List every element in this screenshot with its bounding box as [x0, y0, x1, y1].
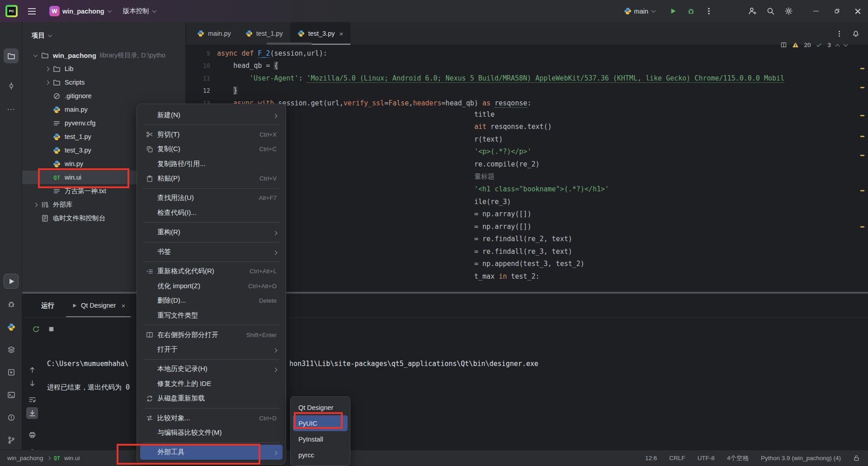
- tree-item-gitignore[interactable]: .gitignore: [22, 89, 185, 103]
- tree-item-lib[interactable]: Lib: [22, 62, 185, 76]
- project-panel-header[interactable]: 项目: [22, 22, 185, 48]
- lock-icon[interactable]: [853, 455, 860, 461]
- stripe-button-version-control[interactable]: [4, 433, 19, 447]
- breadcrumb-project[interactable]: win_pachong: [7, 455, 43, 461]
- close-icon[interactable]: ×: [121, 302, 125, 309]
- run-toolbar-stop-button[interactable]: [45, 323, 57, 335]
- tab-main-py[interactable]: main.py: [190, 22, 238, 45]
- debug-button[interactable]: [682, 2, 700, 20]
- menu-item-paste[interactable]: 粘贴(P)Ctrl+V: [140, 171, 283, 186]
- stripe-button-python-console[interactable]: [4, 319, 19, 334]
- code-with-me-button[interactable]: [743, 2, 761, 20]
- submenu-item-pyrcc[interactable]: pyrcc: [293, 447, 348, 463]
- menu-item-compare-with[interactable]: 比较对象...Ctrl+D: [140, 411, 283, 426]
- run-toolbar-print-button[interactable]: [26, 429, 38, 441]
- minimize-button[interactable]: [806, 0, 826, 22]
- menu-item-override-file-type[interactable]: 重写文件类型: [140, 308, 283, 323]
- menu-item-copy-path[interactable]: 复制路径/引用...: [140, 157, 283, 171]
- status-line-ending[interactable]: CRLF: [669, 455, 685, 461]
- menu-item-delete[interactable]: 删除(D)...Delete: [140, 293, 283, 308]
- menu-item-inspect-code[interactable]: 检查代码(I)...: [140, 205, 283, 220]
- reader-mode-icon: [780, 42, 787, 48]
- run-toolbar-soft-wrap-button[interactable]: [26, 394, 38, 405]
- tab-test-1-py[interactable]: test_1.py: [238, 22, 290, 45]
- run-button[interactable]: [664, 2, 682, 20]
- stripe-button-debug[interactable]: [4, 296, 19, 311]
- error-stripe-mark[interactable]: [860, 226, 864, 228]
- error-stripe-mark[interactable]: [860, 155, 864, 156]
- breadcrumb[interactable]: win_pachong QT win.ui: [0, 455, 80, 461]
- tab-options-button[interactable]: [839, 33, 840, 34]
- menu-item-refactor[interactable]: 重构(R): [140, 225, 283, 240]
- menu-item-open-in[interactable]: 打开于: [140, 342, 283, 357]
- menu-item-label: 比较对象...: [157, 414, 249, 423]
- status-indent[interactable]: 4个空格: [727, 454, 749, 462]
- notifications-bell-icon[interactable]: [852, 29, 860, 38]
- menu-item-copy[interactable]: 复制(C)Ctrl+C: [140, 142, 283, 157]
- search-everywhere-button[interactable]: [761, 2, 779, 20]
- error-stripe-mark[interactable]: [860, 87, 864, 88]
- stripe-button-packages[interactable]: [4, 342, 19, 357]
- settings-button[interactable]: [779, 2, 797, 20]
- code-editor[interactable]: 9async def F_2(session,url):10head_qb = …: [186, 45, 868, 292]
- stripe-button-problems[interactable]: [4, 410, 19, 425]
- status-encoding[interactable]: UTF-8: [698, 455, 715, 461]
- submenu-item-pyinstall[interactable]: PyInstall: [293, 431, 348, 447]
- tree-item-scripts[interactable]: Scripts: [22, 76, 185, 89]
- menu-item-compare-file-with-editor[interactable]: 与编辑器比较文件(M): [140, 425, 283, 440]
- run-toolbar-down-button[interactable]: [26, 377, 38, 389]
- project-widget[interactable]: W win_pachong: [45, 4, 115, 19]
- main-menu-button[interactable]: [24, 4, 40, 19]
- services-icon: [7, 368, 15, 376]
- close-button[interactable]: [847, 0, 868, 22]
- error-stripe-mark[interactable]: [860, 115, 864, 116]
- chevron-down-icon[interactable]: [30, 54, 40, 57]
- tree-item-win_pachong[interactable]: win_pachonglibrary根目录, D:\pytho: [22, 48, 185, 62]
- submenu-item-pyuic[interactable]: PyUIC: [293, 415, 348, 431]
- code-fragment: = np.append(test_3, test_2): [474, 258, 585, 270]
- run-toolbar-rerun-button[interactable]: [30, 323, 42, 335]
- chevron-right-icon[interactable]: [30, 203, 40, 206]
- more-actions-button[interactable]: [700, 2, 718, 20]
- menu-item-open-in-right-split[interactable]: 在右侧拆分部分打开Shift+Enter: [140, 328, 283, 342]
- stripe-button-project[interactable]: [4, 48, 19, 63]
- chevron-right-icon[interactable]: [42, 81, 52, 84]
- prev-problem-icon[interactable]: [835, 44, 840, 48]
- run-configuration-selector[interactable]: main: [620, 4, 659, 19]
- status-interpreter[interactable]: Python 3.9 (win_pachong) (4): [761, 455, 841, 461]
- menu-item-find-usages[interactable]: 查找用法(U)Alt+F7: [140, 191, 283, 206]
- stripe-button-run[interactable]: [4, 274, 19, 289]
- menu-item-label: 外部工具: [157, 448, 264, 456]
- submenu-item-qt-designer[interactable]: Qt Designer: [293, 399, 348, 415]
- tab-scroll-thumb[interactable]: [267, 43, 312, 45]
- inspections-widget[interactable]: 20 3: [780, 39, 847, 51]
- next-problem-icon[interactable]: [844, 42, 848, 47]
- restore-button[interactable]: [826, 0, 847, 22]
- menu-item-new[interactable]: 新建(N): [140, 108, 283, 123]
- menu-item-reload-from-disk[interactable]: 从磁盘重新加载: [140, 391, 283, 406]
- vcs-widget[interactable]: 版本控制: [119, 4, 160, 19]
- error-stripe-mark[interactable]: [860, 68, 864, 69]
- menu-item-external-tools[interactable]: 外部工具: [140, 445, 283, 460]
- error-stripe-mark[interactable]: [860, 190, 864, 191]
- menu-item-repair-ide[interactable]: 修复文件上的 IDE: [140, 376, 283, 391]
- menu-item-reformat-code[interactable]: 重新格式化代码(R)Ctrl+Alt+L: [140, 264, 283, 279]
- stripe-button-more-tool-windows[interactable]: ⋯: [4, 102, 19, 117]
- menu-item-local-history[interactable]: 本地历史记录(H): [140, 362, 283, 377]
- chevron-right-icon[interactable]: [42, 67, 52, 71]
- menu-item-bookmarks[interactable]: 书签: [140, 244, 283, 259]
- tab-test-3-py[interactable]: test_3.py×: [290, 22, 351, 45]
- menu-item-optimize-imports[interactable]: 优化 import(Z)Ctrl+Alt+O: [140, 279, 283, 294]
- stripe-button-terminal[interactable]: [4, 387, 19, 402]
- error-stripe-mark[interactable]: [860, 136, 864, 137]
- tree-item-label: Lib: [65, 65, 73, 72]
- run-toolbar-scroll-to-end-button[interactable]: [26, 407, 38, 419]
- stripe-button-commit[interactable]: [4, 78, 19, 93]
- run-tab-qt-designer[interactable]: Qt Designer ×: [66, 294, 131, 317]
- stripe-button-services[interactable]: [4, 365, 19, 380]
- breadcrumb-file[interactable]: win.ui: [64, 455, 80, 461]
- close-icon[interactable]: ×: [339, 30, 343, 38]
- run-toolbar-up-button[interactable]: [26, 364, 38, 376]
- status-caret-position[interactable]: 12:6: [645, 455, 657, 461]
- menu-item-cut[interactable]: 剪切(T)Ctrl+X: [140, 127, 283, 142]
